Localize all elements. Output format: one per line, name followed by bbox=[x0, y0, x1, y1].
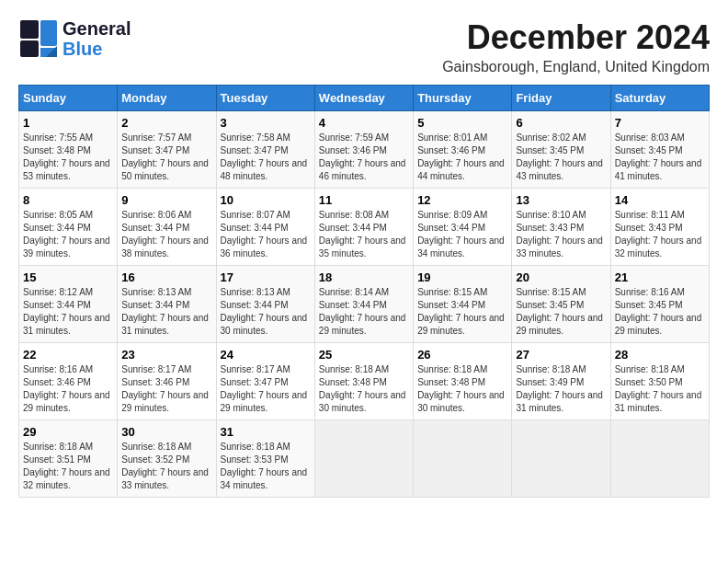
calendar-cell: 25Sunrise: 8:18 AMSunset: 3:48 PMDayligh… bbox=[314, 343, 413, 420]
svg-rect-0 bbox=[20, 20, 39, 39]
calendar-cell: 5Sunrise: 8:01 AMSunset: 3:46 PMDaylight… bbox=[414, 111, 512, 189]
day-number: 25 bbox=[319, 348, 409, 362]
svg-rect-2 bbox=[40, 20, 57, 46]
calendar-cell: 8Sunrise: 8:05 AMSunset: 3:44 PMDaylight… bbox=[19, 189, 118, 266]
day-info: Sunrise: 8:16 AMSunset: 3:46 PMDaylight:… bbox=[23, 363, 113, 415]
day-info: Sunrise: 8:11 AMSunset: 3:43 PMDaylight:… bbox=[615, 209, 705, 260]
logo: General Blue bbox=[18, 18, 131, 59]
day-number: 21 bbox=[615, 270, 705, 284]
day-number: 29 bbox=[23, 425, 113, 439]
day-info: Sunrise: 8:13 AMSunset: 3:44 PMDaylight:… bbox=[121, 286, 211, 338]
day-info: Sunrise: 8:10 AMSunset: 3:43 PMDaylight:… bbox=[516, 209, 606, 260]
day-info: Sunrise: 8:17 AMSunset: 3:47 PMDaylight:… bbox=[221, 363, 311, 415]
day-info: Sunrise: 7:58 AMSunset: 3:47 PMDaylight:… bbox=[221, 132, 311, 183]
calendar-cell bbox=[610, 420, 709, 498]
day-number: 16 bbox=[121, 270, 211, 284]
calendar-cell: 12Sunrise: 8:09 AMSunset: 3:44 PMDayligh… bbox=[414, 189, 512, 266]
day-number: 31 bbox=[221, 425, 311, 439]
weekday-header-row: SundayMondayTuesdayWednesdayThursdayFrid… bbox=[19, 86, 710, 111]
calendar-cell: 4Sunrise: 7:59 AMSunset: 3:46 PMDaylight… bbox=[314, 111, 413, 189]
day-number: 30 bbox=[121, 425, 211, 439]
day-info: Sunrise: 8:05 AMSunset: 3:44 PMDaylight:… bbox=[23, 209, 113, 260]
calendar-cell: 22Sunrise: 8:16 AMSunset: 3:46 PMDayligh… bbox=[19, 343, 118, 420]
day-info: Sunrise: 8:18 AMSunset: 3:50 PMDaylight:… bbox=[615, 363, 705, 415]
calendar-cell: 28Sunrise: 8:18 AMSunset: 3:50 PMDayligh… bbox=[610, 343, 709, 420]
day-number: 13 bbox=[516, 193, 606, 207]
weekday-header-tuesday: Tuesday bbox=[216, 86, 314, 111]
calendar-cell: 14Sunrise: 8:11 AMSunset: 3:43 PMDayligh… bbox=[610, 189, 709, 266]
day-number: 19 bbox=[417, 270, 507, 284]
calendar-header: SundayMondayTuesdayWednesdayThursdayFrid… bbox=[19, 86, 710, 111]
calendar-cell: 17Sunrise: 8:13 AMSunset: 3:44 PMDayligh… bbox=[216, 266, 314, 343]
day-info: Sunrise: 8:08 AMSunset: 3:44 PMDaylight:… bbox=[319, 209, 409, 260]
day-info: Sunrise: 8:15 AMSunset: 3:45 PMDaylight:… bbox=[516, 286, 606, 338]
calendar-cell: 27Sunrise: 8:18 AMSunset: 3:49 PMDayligh… bbox=[512, 343, 610, 420]
calendar-cell: 16Sunrise: 8:13 AMSunset: 3:44 PMDayligh… bbox=[118, 266, 216, 343]
day-info: Sunrise: 8:18 AMSunset: 3:53 PMDaylight:… bbox=[221, 441, 311, 492]
calendar-cell: 1Sunrise: 7:55 AMSunset: 3:48 PMDaylight… bbox=[19, 111, 118, 189]
day-info: Sunrise: 7:57 AMSunset: 3:47 PMDaylight:… bbox=[121, 132, 211, 183]
day-number: 23 bbox=[121, 348, 211, 362]
day-number: 12 bbox=[417, 193, 507, 207]
calendar-cell bbox=[512, 420, 610, 498]
day-info: Sunrise: 8:18 AMSunset: 3:51 PMDaylight:… bbox=[23, 441, 113, 492]
day-number: 26 bbox=[417, 348, 507, 362]
logo-name: General bbox=[63, 18, 131, 39]
day-number: 6 bbox=[516, 116, 606, 130]
logo-icon bbox=[18, 18, 59, 59]
calendar-cell: 9Sunrise: 8:06 AMSunset: 3:44 PMDaylight… bbox=[118, 189, 216, 266]
weekday-header-wednesday: Wednesday bbox=[314, 86, 413, 111]
day-info: Sunrise: 8:01 AMSunset: 3:46 PMDaylight:… bbox=[417, 132, 507, 183]
weekday-header-saturday: Saturday bbox=[610, 86, 709, 111]
day-number: 9 bbox=[121, 193, 211, 207]
day-info: Sunrise: 8:17 AMSunset: 3:46 PMDaylight:… bbox=[121, 363, 211, 415]
title-area: December 2024 Gainsborough, England, Uni… bbox=[442, 18, 710, 75]
calendar-cell: 2Sunrise: 7:57 AMSunset: 3:47 PMDaylight… bbox=[118, 111, 216, 189]
calendar-cell: 7Sunrise: 8:03 AMSunset: 3:45 PMDaylight… bbox=[610, 111, 709, 189]
calendar-cell: 26Sunrise: 8:18 AMSunset: 3:48 PMDayligh… bbox=[414, 343, 512, 420]
day-info: Sunrise: 7:55 AMSunset: 3:48 PMDaylight:… bbox=[23, 132, 113, 183]
day-number: 11 bbox=[319, 193, 409, 207]
day-info: Sunrise: 8:12 AMSunset: 3:44 PMDaylight:… bbox=[23, 286, 113, 338]
day-number: 5 bbox=[417, 116, 507, 130]
day-number: 18 bbox=[319, 270, 409, 284]
day-number: 22 bbox=[23, 348, 113, 362]
calendar-cell: 10Sunrise: 8:07 AMSunset: 3:44 PMDayligh… bbox=[216, 189, 314, 266]
calendar-week-5: 29Sunrise: 8:18 AMSunset: 3:51 PMDayligh… bbox=[19, 420, 710, 498]
day-number: 24 bbox=[221, 348, 311, 362]
day-info: Sunrise: 8:14 AMSunset: 3:44 PMDaylight:… bbox=[319, 286, 409, 338]
calendar-cell: 3Sunrise: 7:58 AMSunset: 3:47 PMDaylight… bbox=[216, 111, 314, 189]
calendar-cell bbox=[414, 420, 512, 498]
day-number: 14 bbox=[615, 193, 705, 207]
day-info: Sunrise: 8:06 AMSunset: 3:44 PMDaylight:… bbox=[121, 209, 211, 260]
calendar-week-3: 15Sunrise: 8:12 AMSunset: 3:44 PMDayligh… bbox=[19, 266, 710, 343]
day-number: 20 bbox=[516, 270, 606, 284]
logo-name2: Blue bbox=[63, 39, 131, 59]
day-number: 27 bbox=[516, 348, 606, 362]
weekday-header-friday: Friday bbox=[512, 86, 610, 111]
day-number: 28 bbox=[615, 348, 705, 362]
day-number: 8 bbox=[23, 193, 113, 207]
calendar-cell: 6Sunrise: 8:02 AMSunset: 3:45 PMDaylight… bbox=[512, 111, 610, 189]
calendar-body: 1Sunrise: 7:55 AMSunset: 3:48 PMDaylight… bbox=[19, 111, 710, 498]
day-info: Sunrise: 8:18 AMSunset: 3:52 PMDaylight:… bbox=[121, 441, 211, 492]
day-info: Sunrise: 8:15 AMSunset: 3:44 PMDaylight:… bbox=[417, 286, 507, 338]
day-number: 10 bbox=[221, 193, 311, 207]
calendar-cell: 30Sunrise: 8:18 AMSunset: 3:52 PMDayligh… bbox=[118, 420, 216, 498]
day-number: 1 bbox=[23, 116, 113, 130]
calendar-week-1: 1Sunrise: 7:55 AMSunset: 3:48 PMDaylight… bbox=[19, 111, 710, 189]
day-info: Sunrise: 8:18 AMSunset: 3:48 PMDaylight:… bbox=[417, 363, 507, 415]
calendar-cell: 31Sunrise: 8:18 AMSunset: 3:53 PMDayligh… bbox=[216, 420, 314, 498]
day-info: Sunrise: 8:07 AMSunset: 3:44 PMDaylight:… bbox=[221, 209, 311, 260]
header: General Blue December 2024 Gainsborough,… bbox=[18, 18, 710, 75]
day-info: Sunrise: 8:18 AMSunset: 3:49 PMDaylight:… bbox=[516, 363, 606, 415]
calendar-cell bbox=[314, 420, 413, 498]
calendar-cell: 13Sunrise: 8:10 AMSunset: 3:43 PMDayligh… bbox=[512, 189, 610, 266]
subtitle: Gainsborough, England, United Kingdom bbox=[442, 59, 710, 75]
weekday-header-thursday: Thursday bbox=[414, 86, 512, 111]
day-info: Sunrise: 7:59 AMSunset: 3:46 PMDaylight:… bbox=[319, 132, 409, 183]
day-number: 3 bbox=[221, 116, 311, 130]
day-info: Sunrise: 8:13 AMSunset: 3:44 PMDaylight:… bbox=[221, 286, 311, 338]
calendar-cell: 20Sunrise: 8:15 AMSunset: 3:45 PMDayligh… bbox=[512, 266, 610, 343]
day-info: Sunrise: 8:03 AMSunset: 3:45 PMDaylight:… bbox=[615, 132, 705, 183]
